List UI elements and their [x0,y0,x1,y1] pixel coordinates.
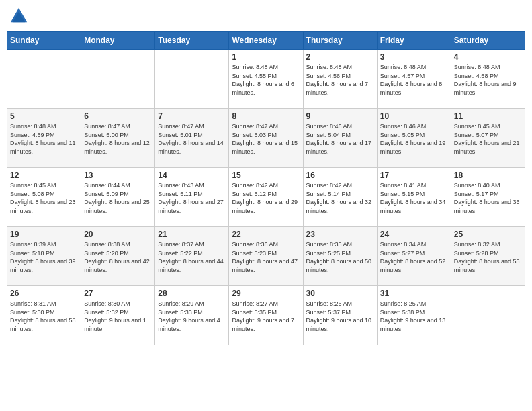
day-number: 30 [306,289,374,298]
day-info: Sunrise: 8:47 AMSunset: 5:03 PMDaylight:… [232,122,300,156]
day-info: Sunrise: 8:37 AMSunset: 5:22 PMDaylight:… [158,240,226,274]
calendar-cell: 1 Sunrise: 8:48 AMSunset: 4:55 PMDayligh… [229,50,303,109]
calendar-week-3: 12 Sunrise: 8:45 AMSunset: 5:08 PMDaylig… [7,168,525,227]
day-info: Sunrise: 8:44 AMSunset: 5:09 PMDaylight:… [84,181,152,215]
day-info: Sunrise: 8:43 AMSunset: 5:11 PMDaylight:… [158,181,226,215]
day-info: Sunrise: 8:48 AMSunset: 4:56 PMDaylight:… [306,63,374,97]
calendar-cell: 12 Sunrise: 8:45 AMSunset: 5:08 PMDaylig… [7,168,81,227]
weekday-header-monday: Monday [81,32,155,50]
day-number: 22 [232,230,300,239]
calendar-cell: 14 Sunrise: 8:43 AMSunset: 5:11 PMDaylig… [155,168,229,227]
day-info: Sunrise: 8:41 AMSunset: 5:15 PMDaylight:… [380,181,448,215]
calendar-cell: 8 Sunrise: 8:47 AMSunset: 5:03 PMDayligh… [229,109,303,168]
day-number: 24 [380,230,448,239]
calendar-cell: 3 Sunrise: 8:48 AMSunset: 4:57 PMDayligh… [377,50,451,109]
day-number: 26 [10,289,78,298]
calendar-cell: 24 Sunrise: 8:34 AMSunset: 5:27 PMDaylig… [377,227,451,286]
day-info: Sunrise: 8:39 AMSunset: 5:18 PMDaylight:… [10,240,78,274]
calendar-cell: 30 Sunrise: 8:26 AMSunset: 5:37 PMDaylig… [303,286,377,345]
day-info: Sunrise: 8:35 AMSunset: 5:25 PMDaylight:… [306,240,374,274]
calendar-cell: 17 Sunrise: 8:41 AMSunset: 5:15 PMDaylig… [377,168,451,227]
day-info: Sunrise: 8:45 AMSunset: 5:08 PMDaylight:… [10,181,78,215]
calendar-cell: 11 Sunrise: 8:45 AMSunset: 5:07 PMDaylig… [451,109,525,168]
calendar-cell: 22 Sunrise: 8:36 AMSunset: 5:23 PMDaylig… [229,227,303,286]
calendar-table: SundayMondayTuesdayWednesdayThursdayFrid… [7,31,525,345]
calendar-cell: 20 Sunrise: 8:38 AMSunset: 5:20 PMDaylig… [81,227,155,286]
weekday-header-thursday: Thursday [303,32,377,50]
day-info: Sunrise: 8:27 AMSunset: 5:35 PMDaylight:… [232,300,300,333]
day-number: 9 [306,111,374,121]
day-number: 28 [158,289,226,298]
day-info: Sunrise: 8:48 AMSunset: 4:59 PMDaylight:… [10,122,78,156]
weekday-header-wednesday: Wednesday [229,32,303,50]
calendar-cell: 31 Sunrise: 8:25 AMSunset: 5:38 PMDaylig… [377,286,451,345]
day-info: Sunrise: 8:47 AMSunset: 5:01 PMDaylight:… [158,122,226,156]
calendar-cell: 13 Sunrise: 8:44 AMSunset: 5:09 PMDaylig… [81,168,155,227]
logo-icon [9,7,28,26]
day-info: Sunrise: 8:46 AMSunset: 5:04 PMDaylight:… [306,122,374,156]
day-number: 16 [306,171,374,180]
day-info: Sunrise: 8:30 AMSunset: 5:32 PMDaylight:… [84,300,152,333]
day-info: Sunrise: 8:29 AMSunset: 5:33 PMDaylight:… [158,300,226,333]
calendar-week-1: 1 Sunrise: 8:48 AMSunset: 4:55 PMDayligh… [7,50,525,109]
day-number: 17 [380,171,448,180]
calendar-week-4: 19 Sunrise: 8:39 AMSunset: 5:18 PMDaylig… [7,227,525,286]
calendar-week-2: 5 Sunrise: 8:48 AMSunset: 4:59 PMDayligh… [7,109,525,168]
calendar-cell: 29 Sunrise: 8:27 AMSunset: 5:35 PMDaylig… [229,286,303,345]
day-number: 11 [454,111,522,121]
calendar-week-5: 26 Sunrise: 8:31 AMSunset: 5:30 PMDaylig… [7,286,525,345]
calendar-cell: 26 Sunrise: 8:31 AMSunset: 5:30 PMDaylig… [7,286,81,345]
day-number: 27 [84,289,152,298]
day-number: 3 [380,52,448,62]
day-number: 15 [232,171,300,180]
day-number: 25 [454,230,522,239]
calendar-cell: 25 Sunrise: 8:32 AMSunset: 5:28 PMDaylig… [451,227,525,286]
day-info: Sunrise: 8:38 AMSunset: 5:20 PMDaylight:… [84,240,152,274]
day-info: Sunrise: 8:48 AMSunset: 4:57 PMDaylight:… [380,63,448,97]
day-number: 7 [158,111,226,121]
day-number: 1 [232,52,300,62]
weekday-header-tuesday: Tuesday [155,32,229,50]
day-info: Sunrise: 8:25 AMSunset: 5:38 PMDaylight:… [380,300,448,333]
calendar-cell [81,50,155,109]
day-info: Sunrise: 8:34 AMSunset: 5:27 PMDaylight:… [380,240,448,274]
day-info: Sunrise: 8:47 AMSunset: 5:00 PMDaylight:… [84,122,152,156]
calendar-cell [155,50,229,109]
day-number: 13 [84,171,152,180]
day-info: Sunrise: 8:48 AMSunset: 4:55 PMDaylight:… [232,63,300,97]
weekday-header-sunday: Sunday [7,32,81,50]
calendar-cell: 4 Sunrise: 8:48 AMSunset: 4:58 PMDayligh… [451,50,525,109]
calendar-cell: 9 Sunrise: 8:46 AMSunset: 5:04 PMDayligh… [303,109,377,168]
day-number: 8 [232,111,300,121]
day-info: Sunrise: 8:42 AMSunset: 5:14 PMDaylight:… [306,181,374,215]
day-number: 10 [380,111,448,121]
calendar-cell: 10 Sunrise: 8:46 AMSunset: 5:05 PMDaylig… [377,109,451,168]
calendar-cell: 19 Sunrise: 8:39 AMSunset: 5:18 PMDaylig… [7,227,81,286]
logo [9,7,31,26]
weekday-header-row: SundayMondayTuesdayWednesdayThursdayFrid… [7,32,525,50]
day-info: Sunrise: 8:31 AMSunset: 5:30 PMDaylight:… [10,300,78,333]
calendar-cell: 7 Sunrise: 8:47 AMSunset: 5:01 PMDayligh… [155,109,229,168]
calendar-cell: 23 Sunrise: 8:35 AMSunset: 5:25 PMDaylig… [303,227,377,286]
day-number: 2 [306,52,374,62]
calendar-cell: 6 Sunrise: 8:47 AMSunset: 5:00 PMDayligh… [81,109,155,168]
page-header [7,7,525,26]
day-info: Sunrise: 8:48 AMSunset: 4:58 PMDaylight:… [454,63,522,97]
day-info: Sunrise: 8:46 AMSunset: 5:05 PMDaylight:… [380,122,448,156]
calendar-cell: 21 Sunrise: 8:37 AMSunset: 5:22 PMDaylig… [155,227,229,286]
day-number: 29 [232,289,300,298]
day-info: Sunrise: 8:42 AMSunset: 5:12 PMDaylight:… [232,181,300,215]
calendar-cell: 27 Sunrise: 8:30 AMSunset: 5:32 PMDaylig… [81,286,155,345]
day-number: 5 [10,111,78,121]
calendar-cell [7,50,81,109]
day-number: 23 [306,230,374,239]
day-number: 19 [10,230,78,239]
weekday-header-saturday: Saturday [451,32,525,50]
day-number: 20 [84,230,152,239]
calendar-cell: 16 Sunrise: 8:42 AMSunset: 5:14 PMDaylig… [303,168,377,227]
day-number: 4 [454,52,522,62]
calendar-cell: 15 Sunrise: 8:42 AMSunset: 5:12 PMDaylig… [229,168,303,227]
calendar-cell [451,286,525,345]
day-info: Sunrise: 8:45 AMSunset: 5:07 PMDaylight:… [454,122,522,156]
calendar-cell: 2 Sunrise: 8:48 AMSunset: 4:56 PMDayligh… [303,50,377,109]
